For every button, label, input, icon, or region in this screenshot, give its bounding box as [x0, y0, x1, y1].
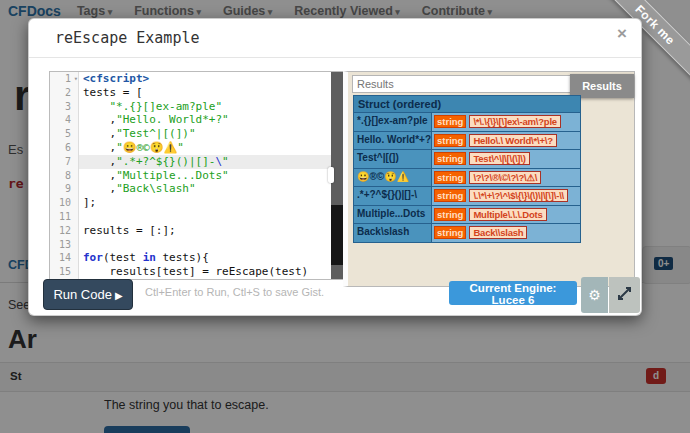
code-line[interactable]: ,"Test^|[(])" — [83, 127, 332, 141]
type-badge: string — [434, 134, 466, 147]
results-filter-input[interactable] — [352, 75, 580, 93]
code-line[interactable]: <cfscript> — [83, 72, 332, 86]
result-value-cell: stringHello\.\ World\*\+\? — [432, 132, 580, 150]
modal-close-button[interactable]: × — [617, 25, 627, 42]
line-number: 14 — [50, 251, 78, 265]
result-value-cell: string\*\.\{\}\[\]ex\-am\?ple — [432, 113, 580, 131]
results-table-body: *.{}[]ex-am?plestring\*\.\{\}\[\]ex\-am\… — [354, 113, 580, 242]
type-badge: string — [434, 171, 466, 184]
line-number: 6 — [50, 141, 78, 155]
modal-title: reEscape Example — [55, 29, 200, 47]
results-panel: Results Struct (ordered) *.{}[]ex-am?ple… — [343, 71, 635, 287]
line-number: 11 — [50, 210, 78, 224]
type-badge: string — [434, 115, 466, 128]
play-icon: ▶ — [115, 290, 123, 301]
result-value-cell: stringBack\\slash — [432, 224, 580, 242]
type-badge: string — [434, 226, 466, 239]
type-badge: string — [434, 152, 466, 165]
code-line[interactable]: ,"Multiple...Dots" — [83, 169, 332, 183]
code-token: "Hello. World*+?" — [116, 113, 229, 126]
result-key: .*+?^${}()|[]-\ — [354, 187, 432, 205]
gear-icon: ⚙ — [588, 287, 601, 303]
result-row: Back\slashstringBack\\slash — [354, 224, 580, 242]
code-token: "Test^|[(])" — [116, 127, 195, 140]
line-number: 10 — [50, 196, 78, 210]
result-row: .*+?^${}()|[]-\string\.\*\+\?\^\$\{\}\(\… — [354, 187, 580, 206]
results-table: Struct (ordered) *.{}[]ex-am?plestring\*… — [353, 95, 581, 243]
result-value-cell: string\?\?\®\©\?\?\⚠\ — [432, 169, 580, 187]
result-row: Hello. World*+?stringHello\.\ World\*\+\… — [354, 132, 580, 151]
line-number: 12 — [50, 224, 78, 238]
line-number: 7 — [50, 155, 78, 169]
value-pill: \*\.\{\}\[\]ex\-am\?ple — [469, 115, 561, 128]
code-line[interactable] — [83, 238, 332, 252]
result-key: Hello. World*+? — [354, 132, 432, 150]
code-token: tests){ — [156, 251, 209, 264]
result-key: 😀®©😲⚠️ — [354, 169, 432, 187]
code-token: for — [83, 251, 103, 264]
code-line[interactable]: "*.{}[]ex-am?ple" — [83, 100, 332, 114]
code-token: ".*+?^${}()|[]- — [116, 155, 215, 168]
code-editor[interactable]: 1▾23456789101112131415 <cfscript>tests =… — [49, 71, 332, 280]
result-row: *.{}[]ex-am?plestring\*\.\{\}\[\]ex\-am\… — [354, 113, 580, 132]
code-line[interactable]: ]; — [83, 196, 332, 210]
scrollbar-thumb[interactable] — [331, 205, 343, 265]
value-pill: Test\^\|\[\(\]\) — [469, 152, 529, 165]
code-line[interactable]: results = [:]; — [83, 224, 332, 238]
code-line[interactable] — [83, 210, 332, 224]
line-number: 13 — [50, 238, 78, 252]
code-line[interactable]: for(test in tests){ — [83, 251, 332, 265]
code-token: , — [83, 155, 116, 168]
code-token: (test — [103, 251, 143, 264]
value-pill: Hello\.\ World\*\+\? — [469, 134, 557, 147]
fullscreen-button[interactable] — [609, 277, 640, 313]
modal-header: reEscape Example × — [29, 19, 641, 58]
editor-code[interactable]: <cfscript>tests = [ "*.{}[]ex-am?ple" ,"… — [79, 72, 332, 279]
value-pill: Multiple\.\.\.Dots — [469, 208, 546, 221]
code-token: , — [83, 127, 116, 140]
code-token: in — [143, 251, 156, 264]
current-engine-button[interactable]: Current Engine: Lucee 6 — [449, 281, 577, 305]
code-token: "😀®©😲⚠️" — [116, 141, 184, 154]
value-pill: \?\?\®\©\?\?\⚠\ — [469, 171, 541, 184]
code-line[interactable]: ,"Back\slash" — [83, 182, 332, 196]
code-token: " — [222, 155, 229, 168]
line-number: 1▾ — [50, 72, 78, 86]
run-code-button[interactable]: Run Code▶ — [43, 279, 133, 310]
code-line[interactable]: tests = [ — [83, 86, 332, 100]
splitter-grip-handle[interactable] — [328, 167, 334, 183]
result-key: Test^|[(]) — [354, 150, 432, 168]
line-number: 9 — [50, 182, 78, 196]
code-token — [83, 100, 110, 113]
code-token: "Back\slash" — [116, 182, 195, 195]
settings-button[interactable]: ⚙ — [581, 277, 608, 313]
editor-gutter: 1▾23456789101112131415 — [50, 72, 79, 279]
result-row: Multiple...DotsstringMultiple\.\.\.Dots — [354, 206, 580, 225]
result-row: Test^|[(])stringTest\^\|\[\(\]\) — [354, 150, 580, 169]
editor-toolbar: Run Code▶ Ctl+Enter to Run, Ctl+S to sav… — [41, 277, 629, 313]
result-key: *.{}[]ex-am?ple — [354, 113, 432, 131]
run-code-label: Run Code — [53, 287, 112, 302]
result-value-cell: string\.\*\+\?\^\$\{\}\(\)\|\[\]\-\\ — [432, 187, 580, 205]
results-table-header: Struct (ordered) — [354, 96, 580, 113]
result-value-cell: stringTest\^\|\[\(\]\) — [432, 150, 580, 168]
value-pill: Back\\slash — [469, 226, 527, 239]
code-line[interactable]: ,"Hello. World*+?" — [83, 113, 332, 127]
result-key: Multiple...Dots — [354, 206, 432, 224]
result-row: 😀®©😲⚠️string\?\?\®\©\?\?\⚠\ — [354, 169, 580, 188]
line-number: 5 — [50, 127, 78, 141]
result-value-cell: stringMultiple\.\.\.Dots — [432, 206, 580, 224]
expand-icon — [617, 286, 632, 301]
fold-caret-icon[interactable]: ▾ — [74, 73, 78, 87]
code-line[interactable]: ,"😀®©😲⚠️" — [83, 141, 332, 155]
line-number: 3 — [50, 100, 78, 114]
code-token: , — [83, 182, 116, 195]
line-number: 4 — [50, 113, 78, 127]
line-number: 8 — [50, 169, 78, 183]
pane-splitter[interactable] — [331, 71, 343, 280]
code-line[interactable]: ,".*+?^${}()|[]-\" — [79, 155, 332, 169]
toolbar-hint: Ctl+Enter to Run, Ctl+S to save Gist. — [145, 286, 324, 298]
type-badge: string — [434, 208, 466, 221]
code-token: , — [83, 113, 116, 126]
line-number: 2 — [50, 86, 78, 100]
